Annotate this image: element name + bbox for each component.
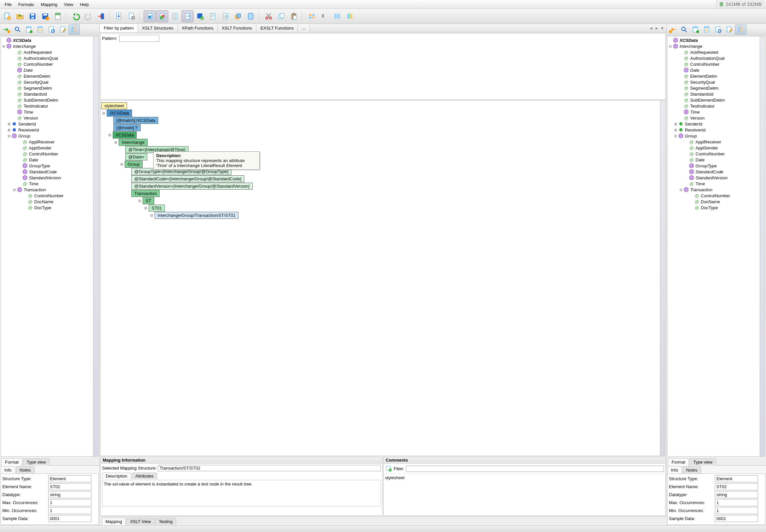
map-node-st[interactable]: ST: [143, 197, 154, 204]
left-doc-edit-button[interactable]: [57, 25, 68, 35]
right-note-new-button[interactable]: [690, 25, 701, 35]
left-tab-format[interactable]: Format: [1, 458, 22, 466]
db-import-button[interactable]: [113, 10, 125, 22]
tree-node[interactable]: @ ElementDelim: [1, 73, 98, 79]
map-node-xcsdata[interactable]: XCSData: [113, 132, 137, 138]
menu-formats[interactable]: Formats: [15, 1, 38, 8]
save-as-button[interactable]: [39, 10, 51, 22]
left-tree[interactable]: XCSData ⊟ Interchange @ AckRequested @ A…: [1, 37, 98, 211]
save-button[interactable]: [27, 10, 39, 22]
export-xls-button[interactable]: XLS: [52, 10, 64, 22]
right-doc-edit-button[interactable]: [724, 25, 735, 35]
view-at-button[interactable]: @: [220, 10, 232, 22]
left-info-tab-info[interactable]: Info: [1, 466, 15, 474]
tree-node[interactable]: ⊞ ReceiverId: [1, 127, 98, 133]
right-tree-sync-button[interactable]: [735, 25, 746, 35]
tree-node[interactable]: @ TestIndicator: [1, 103, 98, 109]
tree-node[interactable]: @ DocType: [1, 205, 98, 211]
tree-node[interactable]: @ ControlNumber: [1, 151, 98, 157]
right-tab-format[interactable]: Format: [668, 458, 689, 466]
filter-input[interactable]: [406, 466, 664, 472]
tree-node[interactable]: @ ApplReceiver: [1, 139, 98, 145]
tree-node[interactable]: @ TestIndicator: [668, 103, 765, 109]
map-node-stylesheet[interactable]: stylesheet: [101, 102, 127, 109]
menu-view[interactable]: View: [61, 1, 77, 8]
toggle-highlight-button[interactable]: [156, 10, 168, 22]
tabs-prev-icon[interactable]: ◂: [649, 25, 654, 31]
database-button[interactable]: [245, 10, 257, 22]
tree-node[interactable]: @ StandardsId: [668, 91, 765, 97]
tree-node[interactable]: @ AckRequested: [668, 49, 765, 55]
right-tab-typeview[interactable]: Type view: [690, 458, 716, 466]
expand-icon[interactable]: ⊟: [12, 188, 16, 192]
tree-node[interactable]: GroupType: [1, 163, 98, 169]
map-node-st01[interactable]: ST01: [148, 205, 165, 212]
tree-node[interactable]: @ ControlNumber: [1, 193, 98, 199]
scrollbar[interactable]: [93, 37, 98, 456]
bricks-button[interactable]: [306, 10, 318, 22]
right-doc-search-button[interactable]: [713, 25, 724, 35]
tree-node[interactable]: ⊞ SenderId: [1, 121, 98, 127]
tree-node[interactable]: @ ElementDelim: [668, 73, 765, 79]
tree-node[interactable]: StandardCode: [1, 169, 98, 175]
tree-node[interactable]: @ AuthorizationQual: [668, 55, 765, 61]
tree-node[interactable]: @ Date: [1, 157, 98, 163]
tab-xslt-view[interactable]: XSLT View: [126, 518, 154, 525]
tree-node[interactable]: StandardVersion: [1, 175, 98, 181]
map-node-transaction[interactable]: Transaction: [131, 190, 159, 197]
open-file-button[interactable]: [14, 10, 26, 22]
expand-icon[interactable]: ⊟: [119, 162, 124, 166]
tree-node[interactable]: Date: [668, 67, 765, 73]
save-doc-button[interactable]: [194, 10, 206, 22]
map-node-mode[interactable]: [@mode]:?: [113, 124, 141, 131]
tree-node[interactable]: @ ControlNumber: [1, 61, 98, 67]
map-node-date-attr[interactable]: @Date=: [125, 153, 147, 160]
map-node-st01-path[interactable]: Interchange/Group/Transaction/ST/ST01: [154, 212, 239, 219]
tree-node[interactable]: @ Date: [668, 157, 765, 163]
layers-button[interactable]: [232, 10, 244, 22]
expand-icon[interactable]: ⊟: [2, 44, 6, 48]
tree-node[interactable]: @ DocName: [1, 199, 98, 205]
expand-icon[interactable]: ⊟: [137, 199, 142, 203]
map-node-stdver[interactable]: @StandardVersion={Interchange/Group/@Sta…: [131, 183, 253, 190]
left-tab-typeview[interactable]: Type view: [23, 458, 49, 466]
tree-node[interactable]: @ AckRequested: [1, 49, 98, 55]
left-search-button[interactable]: [12, 25, 23, 35]
tab-description[interactable]: Description: [102, 473, 131, 479]
tree-node[interactable]: @ ControlNumber: [668, 151, 765, 157]
tree-node[interactable]: @ SecurityQual: [1, 79, 98, 85]
expand-icon[interactable]: ⊟: [113, 140, 118, 144]
tab-filter-pattern[interactable]: Filter by pattern: [100, 24, 138, 32]
tree-node[interactable]: @ Time: [668, 181, 765, 187]
tree-node[interactable]: StandardCode: [668, 169, 765, 175]
tree-node[interactable]: Time: [668, 109, 765, 115]
tree-node[interactable]: XCSData: [1, 37, 98, 43]
tab-xpath-functions[interactable]: XPath Functions: [178, 24, 218, 32]
tree-node[interactable]: @ ControlNumber: [668, 61, 765, 67]
puzzle-button[interactable]: [319, 10, 331, 22]
tree-node[interactable]: ⊞ SenderId: [668, 121, 765, 127]
tree-node[interactable]: @ DocType: [668, 205, 765, 211]
tree-node[interactable]: @ SubElementDelim: [668, 97, 765, 103]
undo-button[interactable]: [70, 10, 82, 22]
tree-node[interactable]: @ SegmentDelim: [1, 85, 98, 91]
tab-xslt-functions[interactable]: XSLT Functions: [218, 24, 256, 32]
menu-file[interactable]: File: [1, 1, 15, 8]
right-note-list-button[interactable]: [701, 25, 713, 35]
expand-icon[interactable]: ⊟: [143, 206, 148, 210]
map-node-group[interactable]: Group: [125, 161, 143, 168]
copy-button[interactable]: [275, 10, 287, 22]
comment-add-icon[interactable]: [385, 465, 392, 472]
expand-icon[interactable]: ⊟: [7, 134, 11, 138]
tree-node[interactable]: ⊟ Group: [668, 133, 765, 139]
tabs-menu-icon[interactable]: ▾: [660, 25, 665, 31]
tree-node[interactable]: Date: [1, 67, 98, 73]
tab-exslt-functions[interactable]: EXSLT Functions: [256, 24, 298, 32]
right-arrow-button[interactable]: [667, 25, 679, 35]
tree-node[interactable]: GroupType: [668, 163, 765, 169]
left-note-list-button[interactable]: [35, 25, 46, 35]
tree-node[interactable]: @ ControlNumber: [668, 193, 765, 199]
view-doc2-button[interactable]: [207, 10, 219, 22]
right-info-tab-info[interactable]: Info: [667, 466, 682, 474]
scrollbar[interactable]: [660, 101, 665, 456]
